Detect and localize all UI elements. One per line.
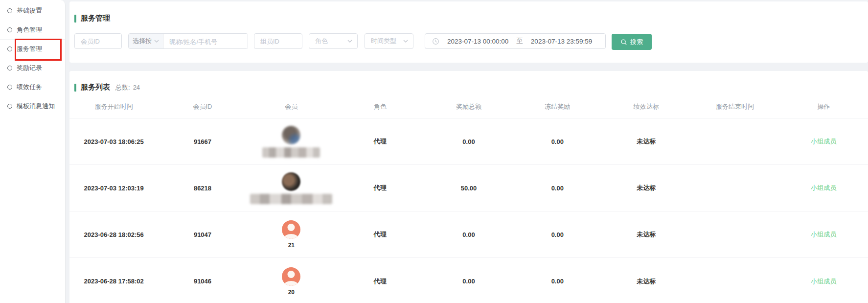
col-role: 角色 [336,102,424,111]
cell-performance: 未达标 [602,230,690,239]
sidebar-item-service-management[interactable]: 服务管理 [0,39,65,58]
member-name: 20 [288,289,295,296]
cell-role: 代理 [336,230,424,239]
sidebar-item-label: 基础设置 [17,6,42,15]
table-row: 2023-06-28 17:58:02 91046 20 代理 0.00 0.0… [69,258,868,303]
radio-circle-icon [7,66,12,70]
cell-member-id: 91047 [158,231,247,238]
cell-start-time: 2023-06-28 17:58:02 [69,278,158,285]
col-start-time: 服务开始时间 [69,102,158,111]
date-range-picker[interactable]: 2023-07-13 00:00:00 至 2023-07-13 23:59:5… [425,33,606,49]
col-member: 会员 [247,102,336,111]
member-name: 21 [288,242,295,249]
search-by-select[interactable]: 选择按 [129,34,163,48]
radio-circle-icon [7,27,12,32]
title-accent-bar [74,84,76,92]
cell-reward-total: 50.00 [424,185,513,192]
cell-member: 21 [247,220,336,249]
col-end-time: 服务结束时间 [690,102,779,111]
cell-member-id: 91667 [158,138,247,145]
cell-member-id: 91046 [158,278,247,285]
col-member-id: 会员ID [158,102,247,111]
role-select[interactable]: 角色 [309,33,358,49]
chevron-down-icon [347,40,352,43]
cell-member: 20 [247,267,336,296]
list-total: 总数:24 [115,83,140,92]
default-avatar-icon [282,220,300,239]
sidebar: 基础设置 角色管理 服务管理 奖励记录 绩效任务 模板消息通知 [0,0,66,303]
cell-reward-total: 0.00 [424,138,513,145]
cell-frozen-reward: 0.00 [513,231,602,238]
list-total-value: 24 [133,84,140,91]
search-icon [620,39,627,46]
sidebar-item-template-message-notify[interactable]: 模板消息通知 [0,96,65,116]
nickname-filter-group: 选择按 [128,33,248,49]
cell-role: 代理 [336,277,424,286]
cell-frozen-reward: 0.00 [513,278,602,285]
sidebar-menu: 基础设置 角色管理 服务管理 奖励记录 绩效任务 模板消息通知 [0,0,65,116]
table-row: 2023-07-03 12:03:19 86218 代理 50.00 0.00 … [69,165,868,211]
date-end-value: 2023-07-13 23:59:59 [531,38,592,45]
sidebar-item-label: 奖励记录 [17,64,42,72]
group-members-link[interactable]: 小组成员 [779,137,868,146]
chevron-down-icon [154,40,159,43]
title-accent-bar [74,15,76,23]
clock-icon [432,38,439,45]
col-actions: 操作 [779,102,868,111]
cell-member-id: 86218 [158,185,247,192]
date-start-value: 2023-07-13 00:00:00 [447,38,508,45]
page-title: 服务管理 [74,14,110,23]
col-reward-total: 奖励总额 [424,102,513,111]
cell-role: 代理 [336,137,424,146]
sidebar-item-basic-settings[interactable]: 基础设置 [0,1,65,20]
cell-member [247,172,336,204]
default-avatar-icon [282,267,300,286]
service-list-card: 服务列表 总数:24 服务开始时间 会员ID 会员 角色 奖励总额 冻结奖励 绩… [69,71,868,303]
service-table: 服务开始时间 会员ID 会员 角色 奖励总额 冻结奖励 绩效达标 服务结束时间 … [69,95,868,303]
group-members-link[interactable]: 小组成员 [779,184,868,192]
cell-role: 代理 [336,184,424,192]
group-member-id-input[interactable] [254,33,302,49]
cell-start-time: 2023-06-28 18:02:56 [69,231,158,238]
search-button[interactable]: 搜索 [612,34,652,50]
cell-performance: 未达标 [602,184,690,192]
table-row: 2023-07-03 18:06:25 91667 代理 0.00 0.00 未… [69,118,868,165]
sidebar-item-role-management[interactable]: 角色管理 [0,20,65,39]
cell-performance: 未达标 [602,277,690,286]
list-title: 服务列表 总数:24 [74,83,140,92]
cell-frozen-reward: 0.00 [513,185,602,192]
nickname-input[interactable] [163,34,248,49]
sidebar-item-label: 角色管理 [17,25,42,34]
sidebar-item-performance-tasks[interactable]: 绩效任务 [0,77,65,96]
date-separator: 至 [516,37,523,46]
radio-circle-icon [7,85,12,90]
avatar [282,172,300,191]
chevron-down-icon [403,40,408,43]
sidebar-item-reward-records[interactable]: 奖励记录 [0,58,65,77]
col-frozen-reward: 冻结奖励 [513,102,602,111]
cell-start-time: 2023-07-03 18:06:25 [69,138,158,145]
cell-frozen-reward: 0.00 [513,138,602,145]
blurred-member-name [250,194,332,204]
time-type-select[interactable]: 时间类型 [365,33,413,49]
sidebar-item-label: 服务管理 [17,45,42,53]
col-performance: 绩效达标 [602,102,690,111]
radio-circle-icon [7,104,12,109]
cell-reward-total: 0.00 [424,278,513,285]
blurred-member-name [262,147,320,158]
avatar [282,126,300,144]
filter-card: 服务管理 选择按 角色 时间类型 [69,1,868,63]
cell-reward-total: 0.00 [424,231,513,238]
cell-start-time: 2023-07-03 12:03:19 [69,185,158,192]
cell-performance: 未达标 [602,137,690,146]
group-members-link[interactable]: 小组成员 [779,230,868,239]
member-id-input[interactable] [74,33,122,49]
sidebar-item-label: 模板消息通知 [17,102,55,111]
table-header-row: 服务开始时间 会员ID 会员 角色 奖励总额 冻结奖励 绩效达标 服务结束时间 … [69,95,868,118]
sidebar-item-label: 绩效任务 [17,83,42,92]
cell-member [247,126,336,158]
group-members-link[interactable]: 小组成员 [779,277,868,286]
radio-circle-icon [7,8,12,13]
table-row: 2023-06-28 18:02:56 91047 21 代理 0.00 0.0… [69,211,868,258]
radio-circle-icon [7,47,12,51]
